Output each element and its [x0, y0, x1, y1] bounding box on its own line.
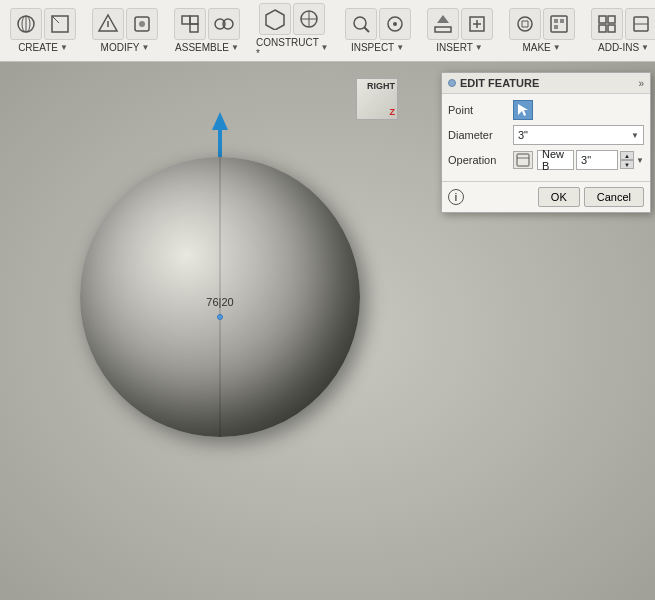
view-cube-label: RIGHT	[365, 79, 397, 93]
point-field-label: Point	[448, 104, 513, 116]
svg-rect-32	[599, 16, 606, 23]
toolbar-group-addins: ADD-INS ▼	[585, 4, 655, 57]
arrow-head	[212, 112, 228, 130]
cube-axis-z: Z	[390, 107, 396, 117]
make-icon-1[interactable]	[509, 8, 541, 40]
toolbar-group-construct: CONSTRUCT * ▼	[250, 0, 335, 63]
modify-icon-1[interactable]	[92, 8, 124, 40]
diameter-field-label: Diameter	[448, 129, 513, 141]
point-cursor-icon[interactable]	[513, 100, 533, 120]
make-label[interactable]: MAKE ▼	[522, 42, 560, 53]
svg-rect-29	[554, 19, 558, 23]
svg-rect-34	[599, 25, 606, 32]
modify-label[interactable]: MODIFY ▼	[101, 42, 150, 53]
toolbar-group-modify: MODIFY ▼	[86, 4, 164, 57]
operation-field-label: Operation	[448, 154, 513, 166]
operation-value-field[interactable]: New B	[537, 150, 574, 170]
make-dropdown-arrow: ▼	[553, 43, 561, 52]
operation-icon	[513, 151, 533, 169]
construct-label[interactable]: CONSTRUCT * ▼	[256, 37, 329, 59]
assemble-dropdown-arrow: ▼	[231, 43, 239, 52]
addins-icon-1[interactable]	[591, 8, 623, 40]
create-dropdown-arrow: ▼	[60, 43, 68, 52]
toolbar-group-create: CREATE ▼	[4, 4, 82, 57]
svg-rect-31	[554, 25, 558, 29]
operation-inline-arrows: ▲ ▼	[620, 151, 634, 169]
svg-line-19	[364, 27, 369, 32]
diameter-select-arrow: ▼	[631, 131, 639, 140]
edit-panel-body: Point Diameter 3" ▼	[442, 94, 650, 181]
insert-label[interactable]: INSERT ▼	[436, 42, 482, 53]
toolbar-group-assemble: ASSEMBLE ▼	[168, 4, 246, 57]
point-field-row: Point	[448, 100, 644, 120]
toolbar-group-inspect: INSPECT ▼	[339, 4, 417, 57]
make-icon-2[interactable]	[543, 8, 575, 40]
assemble-icon-1[interactable]	[174, 8, 206, 40]
inline-arrow-down[interactable]: ▼	[620, 160, 634, 169]
dimension-dot	[217, 314, 223, 320]
construct-icon-2[interactable]	[293, 3, 325, 35]
assemble-label[interactable]: ASSEMBLE ▼	[175, 42, 239, 53]
construct-dropdown-arrow: ▼	[321, 43, 329, 52]
panel-buttons: OK Cancel	[538, 187, 644, 207]
point-field-value	[513, 100, 644, 120]
svg-rect-35	[608, 25, 615, 32]
toolbar-group-insert: INSERT ▼	[421, 4, 499, 57]
modify-icon-2[interactable]	[126, 8, 158, 40]
toolbar: CREATE ▼ MODIFY ▼ ASSE	[0, 0, 655, 62]
insert-icon-1[interactable]	[427, 8, 459, 40]
edit-panel-header: EDIT FEATURE »	[442, 73, 650, 94]
operation-field-value: New B 3" ▲ ▼ ▼	[513, 150, 644, 170]
assemble-icon-2[interactable]	[208, 8, 240, 40]
svg-marker-23	[437, 15, 449, 23]
svg-rect-9	[182, 16, 190, 24]
svg-rect-28	[551, 16, 567, 32]
panel-footer: i OK Cancel	[442, 181, 650, 212]
construct-icon-1[interactable]	[259, 3, 291, 35]
view-cube[interactable]: RIGHT Z	[350, 72, 405, 127]
diameter-field-row: Diameter 3" ▼	[448, 125, 644, 145]
inspect-icon-1[interactable]	[345, 8, 377, 40]
operation-inline-input[interactable]: 3"	[576, 150, 618, 170]
diameter-select[interactable]: 3" ▼	[513, 125, 644, 145]
insert-dropdown-arrow: ▼	[475, 43, 483, 52]
create-label[interactable]: CREATE ▼	[18, 42, 68, 53]
diameter-field-value: 3" ▼	[513, 125, 644, 145]
addins-icon-2[interactable]	[625, 8, 655, 40]
svg-marker-41	[518, 104, 528, 116]
inspect-label[interactable]: INSPECT ▼	[351, 42, 404, 53]
edit-feature-panel: EDIT FEATURE » Point Diameter	[441, 72, 651, 213]
edit-panel-title: EDIT FEATURE	[448, 77, 539, 89]
create-icon-2[interactable]	[44, 8, 76, 40]
dimension-label: 76|20	[206, 296, 233, 308]
toolbar-group-make: MAKE ▼	[503, 4, 581, 57]
addins-dropdown-arrow: ▼	[641, 43, 649, 52]
panel-dot	[448, 79, 456, 87]
insert-icon-2[interactable]	[461, 8, 493, 40]
view-cube-box[interactable]: RIGHT Z	[356, 78, 398, 120]
modify-dropdown-arrow: ▼	[141, 43, 149, 52]
inspect-icon-2[interactable]	[379, 8, 411, 40]
operation-field-row: Operation New B 3" ▲ ▼ ▼	[448, 150, 644, 170]
svg-line-4	[52, 16, 59, 23]
cancel-button[interactable]: Cancel	[584, 187, 644, 207]
operation-dropdown-arrow[interactable]: ▼	[636, 156, 644, 165]
svg-point-21	[393, 22, 397, 26]
inline-arrow-up[interactable]: ▲	[620, 151, 634, 160]
svg-point-27	[518, 17, 532, 31]
viewport[interactable]: 76|20 RIGHT Z EDIT FEATURE » Point	[0, 62, 655, 600]
sphere-container: 76|20	[80, 157, 360, 447]
ok-button[interactable]: OK	[538, 187, 580, 207]
svg-rect-22	[435, 27, 451, 32]
svg-rect-30	[560, 19, 564, 23]
inspect-dropdown-arrow: ▼	[396, 43, 404, 52]
svg-rect-11	[190, 16, 198, 24]
panel-expand-button[interactable]: »	[638, 78, 644, 89]
svg-point-8	[139, 21, 145, 27]
svg-rect-10	[190, 24, 198, 32]
info-icon[interactable]: i	[448, 189, 464, 205]
arrow-stem	[218, 130, 222, 158]
svg-rect-42	[517, 154, 529, 166]
create-icon-1[interactable]	[10, 8, 42, 40]
addins-label[interactable]: ADD-INS ▼	[598, 42, 649, 53]
